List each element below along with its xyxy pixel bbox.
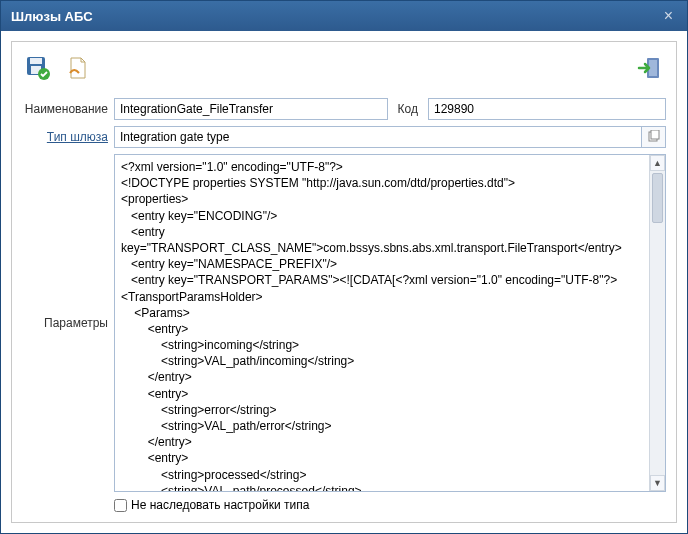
name-label: Наименование — [22, 102, 108, 116]
dont-inherit-label: Не наследовать настройки типа — [131, 498, 309, 512]
save-button[interactable] — [22, 52, 54, 84]
row-params: Параметры ▲ ▼ — [22, 154, 666, 492]
type-label[interactable]: Тип шлюза — [22, 130, 108, 144]
svg-rect-1 — [30, 58, 42, 64]
scroll-up-button[interactable]: ▲ — [650, 155, 665, 171]
type-display[interactable]: Integration gate type — [114, 126, 642, 148]
dialog-window: Шлюзы АБС × — [0, 0, 688, 534]
inner-panel: Наименование Код Тип шлюза Integration g… — [11, 41, 677, 523]
params-label: Параметры — [44, 316, 108, 330]
vertical-scrollbar[interactable]: ▲ ▼ — [649, 155, 665, 491]
params-box: ▲ ▼ — [114, 154, 666, 492]
scroll-down-button[interactable]: ▼ — [650, 475, 665, 491]
titlebar: Шлюзы АБС × — [1, 1, 687, 31]
type-lookup-button[interactable] — [642, 126, 666, 148]
row-type: Тип шлюза Integration gate type — [22, 126, 666, 148]
content-area: Наименование Код Тип шлюза Integration g… — [1, 31, 687, 533]
row-name-code: Наименование Код — [22, 98, 666, 120]
toolbar — [22, 52, 666, 84]
row-inherit: Не наследовать настройки типа — [22, 498, 666, 512]
document-button[interactable] — [62, 52, 94, 84]
document-icon — [65, 55, 91, 81]
svg-rect-7 — [651, 130, 659, 139]
name-input[interactable] — [114, 98, 388, 120]
code-input[interactable] — [428, 98, 666, 120]
copy-icon — [647, 130, 661, 144]
scroll-thumb[interactable] — [652, 173, 663, 223]
save-ok-icon — [25, 55, 51, 81]
dont-inherit-checkbox[interactable] — [114, 499, 127, 512]
close-icon[interactable]: × — [660, 7, 677, 25]
window-title: Шлюзы АБС — [11, 9, 93, 24]
params-textarea[interactable] — [115, 155, 649, 491]
exit-button[interactable] — [634, 52, 666, 84]
code-label: Код — [394, 102, 422, 116]
exit-icon — [637, 55, 663, 81]
